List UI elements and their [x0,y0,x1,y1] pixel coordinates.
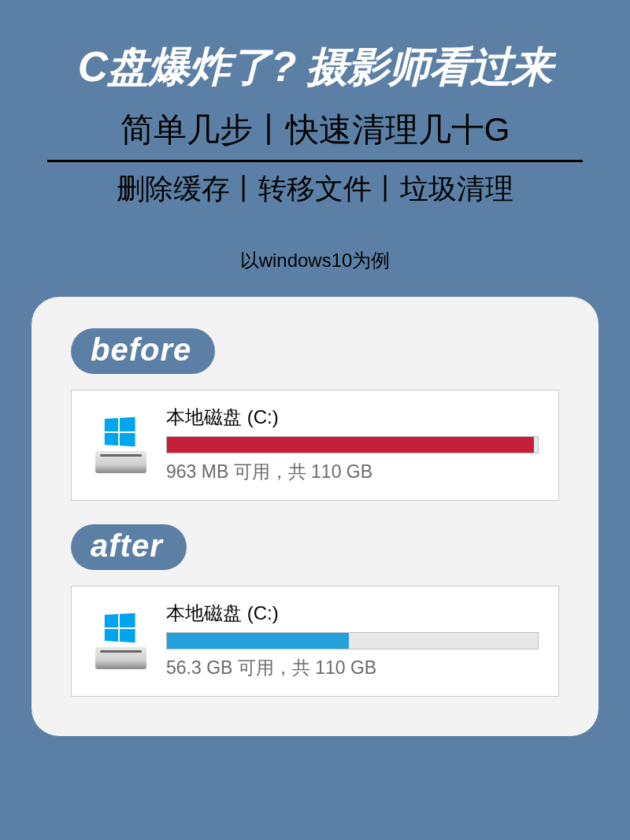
disk-usage-bar [166,632,539,649]
divider [47,160,583,162]
disk-drive-icon [91,610,150,669]
disk-label: 本地磁盘 (C:) [166,601,539,626]
subtitle-line-1: 简单几步丨快速清理几十G [24,108,606,152]
windows-logo-icon [105,613,135,642]
disk-usage-bar [166,436,539,453]
disk-label: 本地磁盘 (C:) [166,405,539,430]
before-badge: before [71,328,215,374]
disk-panel-before: 本地磁盘 (C:) 963 MB 可用，共 110 GB [71,390,559,501]
disk-panel-after: 本地磁盘 (C:) 56.3 GB 可用，共 110 GB [71,586,559,697]
comparison-card: before 本地磁盘 (C:) 963 MB 可用，共 110 GB afte… [32,297,598,736]
disk-info-after: 本地磁盘 (C:) 56.3 GB 可用，共 110 GB [166,601,539,680]
disk-usage-fill [167,633,349,649]
subtitle-line-2: 删除缓存丨转移文件丨垃圾清理 [24,170,606,209]
disk-status-text: 963 MB 可用，共 110 GB [166,460,539,484]
disk-drive-icon [91,414,150,473]
after-badge: after [71,524,187,570]
disk-usage-fill [167,437,534,453]
example-note: 以windows10为例 [24,248,606,273]
main-title: C盘爆炸了? 摄影师看过来 [24,39,606,96]
disk-info-before: 本地磁盘 (C:) 963 MB 可用，共 110 GB [166,405,539,484]
disk-status-text: 56.3 GB 可用，共 110 GB [166,656,539,680]
windows-logo-icon [105,417,135,446]
